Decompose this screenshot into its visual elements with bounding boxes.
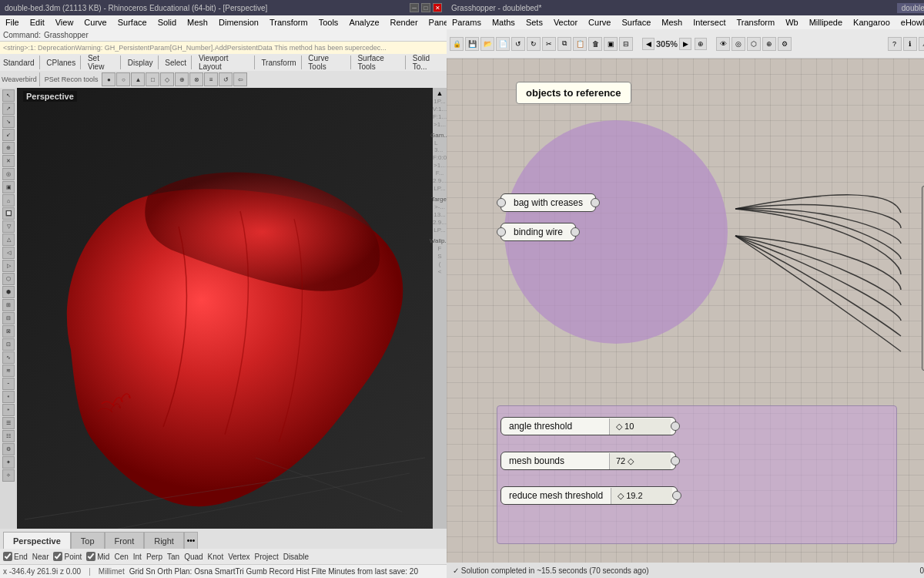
side-icon-18[interactable]: ⊟: [2, 312, 15, 324]
gamma-1[interactable]: >1...: [434, 162, 446, 169]
side-icon-14[interactable]: ▷: [2, 260, 15, 272]
view-y[interactable]: V:1...: [433, 106, 447, 113]
toolbar-curve-tools[interactable]: Curve Tools: [306, 54, 346, 71]
menu-dimension[interactable]: Dimension: [216, 18, 261, 27]
toolbar-viewport-layout[interactable]: Viewport Layout: [197, 54, 251, 71]
gh-tb-preview[interactable]: ◎: [732, 37, 745, 51]
target-lp[interactable]: LP...: [434, 227, 445, 234]
side-icon-23[interactable]: ⁃: [2, 378, 15, 390]
gh-menu-maths[interactable]: Maths: [490, 18, 517, 27]
gh-tb-delete[interactable]: 🗑: [588, 37, 602, 51]
side-icon-15[interactable]: ⬡: [2, 273, 15, 285]
side-icon-9[interactable]: ⌂: [2, 194, 15, 207]
side-icon-8[interactable]: ▣: [2, 181, 15, 193]
rhino-close-btn[interactable]: ✕: [433, 3, 442, 12]
toolbar-icon-3[interactable]: ▲: [131, 72, 145, 86]
snap-int[interactable]: Int: [133, 553, 142, 561]
wallp-f[interactable]: F: [438, 245, 442, 252]
snap-vertex[interactable]: Vertex: [228, 553, 249, 561]
viewport-scrollbar[interactable]: ▲ 1P... V:1... F:1... >1... Gam... L 3..…: [433, 88, 447, 529]
gh-tb-eye[interactable]: 👁: [716, 37, 730, 51]
toolbar-solid-tools[interactable]: Solid To...: [411, 54, 445, 71]
gh-port-reduce-right[interactable]: [672, 491, 681, 500]
gh-tb-info[interactable]: ℹ: [903, 37, 917, 51]
menu-tools[interactable]: Tools: [316, 18, 341, 27]
side-icon-30[interactable]: ✧: [2, 469, 15, 482]
gh-zoom-in-btn[interactable]: ▶: [679, 38, 691, 50]
gh-tb-wire[interactable]: ⬡: [747, 37, 761, 51]
gh-menu-kangaroo[interactable]: Kangaroo: [851, 18, 892, 27]
snap-disable[interactable]: Disable: [283, 553, 309, 561]
side-icon-27[interactable]: ☷: [2, 430, 15, 442]
gh-node-angle-threshold[interactable]: angle threshold ◇ 10: [500, 417, 676, 435]
wallp-v[interactable]: <: [438, 268, 442, 275]
tab-perspective[interactable]: Perspective: [3, 532, 71, 549]
gh-menu-vector[interactable]: Vector: [551, 18, 580, 27]
side-icon-10[interactable]: 🔲: [2, 207, 15, 220]
toolbar-icon-2[interactable]: ○: [116, 72, 130, 86]
gh-port-wire-left[interactable]: [497, 227, 506, 237]
gh-zoom-out-btn[interactable]: ◀: [642, 38, 654, 50]
gh-zoom-fit-btn[interactable]: ⊕: [695, 38, 707, 50]
menu-render[interactable]: Render: [388, 18, 420, 27]
gh-menu-surface[interactable]: Surface: [619, 18, 653, 27]
rhino-minimize-btn[interactable]: ─: [410, 3, 419, 12]
gh-node-bag-creases[interactable]: bag with creases: [500, 193, 596, 212]
side-icon-13[interactable]: ◁: [2, 247, 15, 259]
menu-solid[interactable]: Solid: [156, 18, 179, 27]
gh-tb-open[interactable]: 📂: [480, 37, 494, 51]
gh-tb-group[interactable]: ▣: [604, 37, 618, 51]
menu-analyze[interactable]: Analyze: [346, 18, 381, 27]
menu-transform[interactable]: Transform: [267, 18, 310, 27]
gamma-f[interactable]: F...: [436, 170, 444, 176]
toolbar-icon-5[interactable]: ◇: [160, 72, 174, 86]
gh-port-bag-right[interactable]: [591, 198, 600, 207]
toolbar-icon-4[interactable]: □: [146, 72, 159, 86]
snap-mid[interactable]: Mid: [86, 552, 109, 561]
wallp-paren[interactable]: (: [439, 260, 441, 267]
snap-end[interactable]: End: [3, 552, 28, 561]
side-icon-12[interactable]: △: [2, 234, 15, 246]
toolbar-select[interactable]: Select: [163, 59, 188, 67]
gh-menu-ehowl[interactable]: eHowl: [899, 18, 924, 27]
gh-tb-redo[interactable]: ↻: [527, 37, 541, 51]
gh-menu-intersect[interactable]: Intersect: [691, 18, 728, 27]
gh-node-reduce-threshold[interactable]: reduce mesh threshold ◇ 19.2: [500, 486, 678, 505]
gh-tb-lock[interactable]: 🔒: [450, 37, 464, 51]
view-d1[interactable]: >1...: [434, 121, 446, 128]
gh-menu-mesh[interactable]: Mesh: [659, 18, 685, 27]
target-29[interactable]: 2.9...: [433, 219, 447, 226]
snap-point[interactable]: Point: [53, 552, 82, 561]
snap-perp[interactable]: Perp: [146, 553, 162, 561]
gh-tb-settings[interactable]: ⚙: [778, 37, 792, 51]
gh-menu-wb[interactable]: Wb: [783, 18, 801, 27]
menu-surface[interactable]: Surface: [116, 18, 149, 27]
toolbar-standard[interactable]: Standard: [2, 59, 36, 67]
tab-right[interactable]: Right: [144, 532, 184, 549]
toolbar-setview[interactable]: Set View: [86, 54, 117, 71]
toolbar-icon-7[interactable]: ⊗: [189, 72, 203, 86]
tab-top[interactable]: Top: [71, 532, 105, 549]
view-options[interactable]: 1P...: [434, 98, 445, 105]
gh-menu-sets[interactable]: Sets: [524, 18, 545, 27]
toolbar-surface-tools[interactable]: Surface Tools: [356, 54, 402, 71]
side-icon-28[interactable]: ⚙: [2, 443, 15, 455]
snap-knot[interactable]: Knot: [208, 553, 224, 561]
gh-node-mesh-bounds[interactable]: mesh bounds 72 ◇: [500, 452, 676, 470]
gh-node-binding-wire[interactable]: binding wire: [500, 223, 576, 241]
tab-front[interactable]: Front: [105, 532, 145, 549]
gh-menu-params[interactable]: Params: [450, 18, 484, 27]
gh-canvas[interactable]: objects to reference bag with creases bi…: [447, 59, 924, 563]
gh-tb-bake[interactable]: ⊕: [762, 37, 776, 51]
toolbar-icon-8[interactable]: ≡: [204, 72, 218, 86]
gh-menu-millipede[interactable]: Millipede: [807, 18, 845, 27]
menu-curve[interactable]: Curve: [82, 18, 109, 27]
rhino-maximize-btn[interactable]: □: [421, 3, 430, 12]
gh-tb-ungroup[interactable]: ⊟: [619, 37, 633, 51]
gh-port-wire-right[interactable]: [571, 227, 580, 237]
toolbar-cplanes[interactable]: CPlanes: [45, 59, 77, 67]
gh-tb-paste[interactable]: 📋: [573, 37, 587, 51]
target-13[interactable]: 13...: [434, 211, 446, 218]
side-icon-16[interactable]: ⬢: [2, 286, 15, 298]
side-icon-22[interactable]: ≋: [2, 365, 15, 377]
